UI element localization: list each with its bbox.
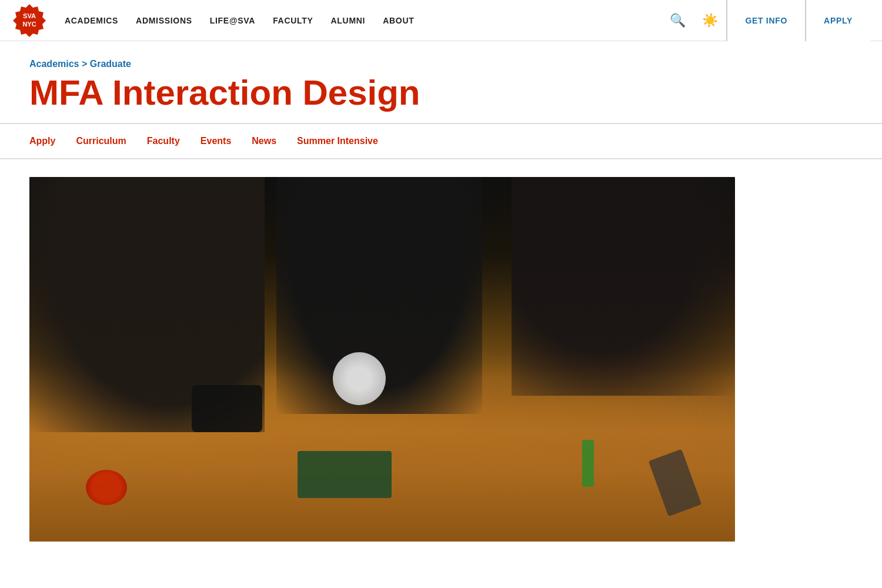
theme-toggle-button[interactable]: ☀️ bbox=[694, 0, 726, 41]
get-info-button[interactable]: GET INFO bbox=[727, 0, 806, 41]
apply-button[interactable]: APPLY bbox=[806, 0, 870, 41]
sub-nav-events[interactable]: Events bbox=[201, 136, 252, 146]
search-button[interactable]: 🔍 bbox=[662, 0, 694, 41]
sun-icon: ☀️ bbox=[702, 13, 718, 28]
nav-item-about[interactable]: ABOUT bbox=[383, 16, 414, 25]
hero-circuit-board bbox=[298, 451, 392, 498]
site-logo[interactable]: SVA NYC bbox=[12, 3, 47, 38]
page-header: Academics > Graduate MFA Interaction Des… bbox=[0, 41, 882, 123]
nav-item-life-at-sva[interactable]: LIFE@SVA bbox=[210, 16, 255, 25]
hero-person-right bbox=[512, 177, 735, 396]
hero-phone-device bbox=[192, 385, 262, 432]
nav-item-faculty[interactable]: FACULTY bbox=[273, 16, 313, 25]
hero-section bbox=[0, 159, 882, 542]
sub-nav-apply[interactable]: Apply bbox=[29, 136, 76, 146]
sub-nav-news[interactable]: News bbox=[252, 136, 297, 146]
top-navigation: SVA NYC ACADEMICS ADMISSIONS LIFE@SVA FA… bbox=[0, 0, 882, 41]
svg-text:NYC: NYC bbox=[22, 21, 36, 28]
nav-item-alumni[interactable]: ALUMNI bbox=[331, 16, 366, 25]
hero-green-tool bbox=[582, 440, 594, 487]
svg-text:SVA: SVA bbox=[23, 12, 36, 19]
nav-item-admissions[interactable]: ADMISSIONS bbox=[136, 16, 192, 25]
hero-red-spool bbox=[86, 470, 127, 505]
search-icon: 🔍 bbox=[670, 13, 686, 28]
breadcrumb-part1[interactable]: Academics bbox=[29, 59, 79, 69]
sub-nav-faculty[interactable]: Faculty bbox=[147, 136, 201, 146]
hero-image bbox=[29, 177, 735, 542]
hero-white-object bbox=[333, 352, 386, 405]
nav-right-actions: 🔍 ☀️ GET INFO APPLY bbox=[662, 0, 870, 41]
page-title: MFA Interaction Design bbox=[29, 74, 853, 111]
sub-navigation: Apply Curriculum Faculty Events News Sum… bbox=[0, 124, 882, 159]
breadcrumb: Academics > Graduate bbox=[29, 59, 853, 69]
breadcrumb-part2[interactable]: Graduate bbox=[90, 59, 131, 69]
nav-item-academics[interactable]: ACADEMICS bbox=[65, 16, 118, 25]
main-nav-links: ACADEMICS ADMISSIONS LIFE@SVA FACULTY AL… bbox=[65, 16, 662, 25]
sub-nav-summer-intensive[interactable]: Summer Intensive bbox=[297, 136, 399, 146]
sub-nav-curriculum[interactable]: Curriculum bbox=[76, 136, 146, 146]
breadcrumb-separator: > bbox=[79, 59, 90, 69]
